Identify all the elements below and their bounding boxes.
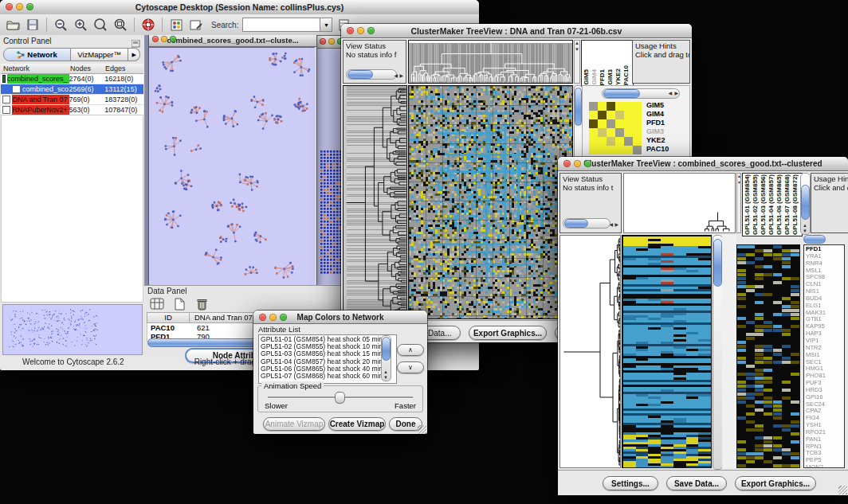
matrix-cell[interactable]	[589, 128, 598, 137]
matrix-cell[interactable]	[589, 102, 598, 111]
network-tree-whitespace[interactable]	[1, 115, 143, 303]
scroll-up-icon[interactable]: ▲	[803, 223, 807, 228]
zoom-button[interactable]	[280, 314, 287, 321]
zoom-button[interactable]	[584, 160, 591, 167]
treeview1-titlebar[interactable]: ClusterMaker TreeView : DNA and Tran 07-…	[341, 24, 692, 38]
matrix-cell[interactable]	[624, 111, 633, 119]
tv1-similarity-matrix[interactable]	[589, 102, 642, 154]
tab-overflow-arrow[interactable]: ▶	[128, 48, 140, 61]
matrix-cell[interactable]	[633, 137, 642, 146]
zoom-in-icon[interactable]	[73, 18, 88, 33]
save-data-button[interactable]: Save Data...	[666, 476, 727, 490]
column-label[interactable]: GPL51-06 (GSM865)	[775, 174, 783, 235]
export-graphics-button[interactable]: Export Graphics...	[469, 326, 547, 340]
create-vizmap-button[interactable]: Create Vizmap	[328, 417, 386, 431]
column-label[interactable]: GPL51-07 (GSM868)	[783, 174, 791, 235]
column-label[interactable]: PAC10	[622, 65, 630, 85]
tv2-status-scrollbar[interactable]	[563, 218, 610, 229]
network-table-header[interactable]: Network Nodes Edges	[1, 64, 143, 74]
matrix-cell[interactable]	[624, 102, 633, 111]
close-button[interactable]	[347, 27, 354, 34]
close-button[interactable]	[152, 36, 159, 42]
column-label[interactable]: GPL51-04 (GSM857)	[768, 174, 775, 235]
attribute-list[interactable]: GPL51-01 (GSM854) heat shock 05 minGPL51…	[258, 334, 397, 384]
move-down-button[interactable]: ∨	[397, 361, 424, 373]
attribute-list-scrollbar[interactable]: ▲ ▼	[381, 335, 391, 381]
tab-vizmapper[interactable]: VizMapper™	[71, 48, 128, 61]
tv1-row-dendrogram[interactable]	[343, 85, 407, 319]
column-label[interactable]: GPL51-08 (GSM872)	[791, 174, 799, 235]
network-row[interactable]: combined_scores_2764(0)16218(0)	[1, 74, 143, 84]
matrix-cell[interactable]	[598, 111, 607, 119]
tv2-secondary-heatmap[interactable]	[736, 244, 800, 468]
close-button[interactable]	[320, 38, 326, 45]
zoom-out-icon[interactable]	[53, 18, 69, 33]
birdseye-view[interactable]	[2, 304, 143, 355]
matrix-cell[interactable]	[615, 111, 624, 119]
tv2-row-dendrogram[interactable]	[559, 235, 621, 468]
gene-label[interactable]: MON2	[806, 464, 842, 468]
matrix-cell[interactable]	[633, 102, 642, 111]
row-label[interactable]: PAC10	[646, 145, 669, 154]
close-button[interactable]	[6, 3, 13, 10]
network-canvas[interactable]	[149, 47, 315, 285]
scroll-down-icon[interactable]: ▼	[383, 375, 388, 380]
row-label[interactable]: PFD1	[646, 119, 669, 127]
animate-vizmap-button[interactable]: Animate Vizmap	[263, 417, 325, 431]
delete-trash-icon[interactable]	[194, 296, 210, 311]
matrix-cell[interactable]	[633, 111, 642, 119]
matrix-cell[interactable]	[598, 102, 607, 111]
matrix-cell[interactable]	[615, 128, 624, 137]
network-view-window-1[interactable]: combined_scores_good.txt--cluste...	[148, 35, 317, 285]
scroll-right-icon[interactable]: ▶	[614, 222, 618, 227]
column-label[interactable]: YKE2	[614, 68, 622, 85]
scroll-down-icon[interactable]: ▼	[803, 229, 807, 233]
matrix-cell[interactable]	[624, 128, 633, 137]
help-lifesaver-icon[interactable]	[140, 18, 156, 33]
tv2-genelist-hscrollbar[interactable]	[803, 235, 826, 244]
scroll-left-icon[interactable]: ◀	[394, 73, 398, 78]
matrix-cell[interactable]	[615, 119, 624, 128]
minimize-button[interactable]	[357, 27, 364, 34]
resize-grip[interactable]	[418, 425, 426, 434]
tv1-heatmap[interactable]	[408, 85, 573, 319]
tv2-gene-list[interactable]: PFD1YRA1RNR4MSL1SPC98CLN1NIS1BUD4ELG1MAK…	[803, 244, 845, 468]
zoom-button[interactable]	[26, 3, 33, 10]
attribute-item[interactable]: GPL51-07 (GSM868) heat shock 60 min	[261, 373, 395, 380]
network-row[interactable]: DNA and Tran 07769(0)183728(0)	[1, 95, 143, 105]
row-label[interactable]: GIM4	[646, 110, 669, 119]
scroll-up-icon[interactable]: ▲	[383, 369, 388, 374]
close-button[interactable]	[563, 160, 571, 167]
map-colors-titlebar[interactable]: Map Colors to Network	[253, 311, 427, 324]
matrix-cell[interactable]	[624, 137, 633, 146]
zoom-button[interactable]	[367, 27, 375, 34]
matrix-cell[interactable]	[598, 137, 607, 146]
matrix-cell[interactable]	[633, 146, 642, 154]
matrix-cell[interactable]	[589, 146, 598, 154]
export-graphics-button[interactable]: Export Graphics...	[735, 476, 816, 490]
column-label[interactable]: GPL51-03 (GSM856)	[760, 174, 767, 235]
matrix-cell[interactable]	[598, 119, 607, 128]
tv1-column-dendrogram[interactable]	[408, 40, 573, 84]
tv2-heatmap[interactable]	[622, 235, 712, 468]
tv2-mini-scroll[interactable]: ▲▼	[736, 173, 741, 233]
matrix-cell[interactable]	[607, 137, 615, 146]
column-label[interactable]: GPL51-01 (GSM854)	[744, 174, 751, 235]
tv2-column-dendrogram[interactable]	[623, 173, 736, 233]
speed-slider-thumb[interactable]	[335, 392, 345, 404]
matrix-cell[interactable]	[615, 102, 624, 111]
tv2-labels-vscrollbar[interactable]: ▲ ▼	[800, 173, 811, 235]
zoom-fit-icon[interactable]	[92, 18, 108, 33]
scroll-left-icon[interactable]: ◀	[668, 91, 672, 96]
search-dropdown-icon[interactable]: ▼	[320, 18, 332, 32]
network-row[interactable]: combined_sco2569(6)13112(15)	[1, 84, 143, 95]
matrix-cell[interactable]	[633, 128, 642, 137]
matrix-cell[interactable]	[624, 119, 633, 128]
matrix-cell[interactable]	[607, 146, 615, 154]
save-session-icon[interactable]	[25, 18, 41, 33]
tab-network[interactable]: Network	[3, 48, 71, 61]
minimize-button[interactable]	[269, 314, 277, 321]
zoom-button[interactable]	[170, 36, 176, 42]
row-label[interactable]: GIM3	[646, 127, 669, 136]
row-label[interactable]: GIM5	[646, 101, 669, 110]
